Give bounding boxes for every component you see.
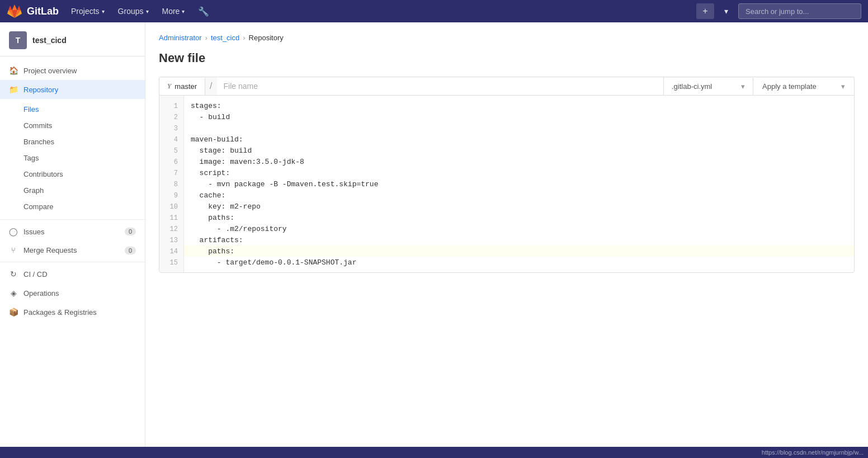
sidebar-item-tags[interactable]: Tags — [0, 150, 145, 166]
plus-icon: + — [702, 6, 707, 16]
sidebar-item-branches[interactable]: Branches — [0, 134, 145, 150]
path-separator: / — [205, 81, 216, 91]
line-num-1: 1 — [159, 100, 183, 111]
line-num-5: 5 — [159, 145, 183, 156]
search-placeholder: Search or jump to... — [746, 7, 809, 16]
sidebar-item-compare[interactable]: Compare — [0, 199, 145, 215]
more-chevron-icon: ▾ — [182, 8, 185, 15]
code-editor[interactable]: 1 2 3 4 5 6 7 8 9 10 11 12 13 14 15 — [159, 95, 855, 273]
status-bar: https://blog.csdn.net/r/ngmjurnbjp/w... — [0, 447, 868, 458]
branch-name: master — [174, 82, 197, 91]
sidebar-item-cicd-label: CI / CD — [23, 270, 48, 278]
template-chevron-icon: ▾ — [741, 82, 745, 91]
files-label: Files — [23, 105, 39, 114]
top-navigation: GitLab Projects ▾ Groups ▾ More ▾ 🔧 + ▾ … — [0, 0, 868, 22]
code-line-7: script: — [184, 167, 854, 178]
breadcrumb-current: Repository — [249, 34, 284, 42]
line-num-11: 11 — [159, 212, 183, 223]
nav-more[interactable]: More ▾ — [157, 0, 191, 22]
folder-icon: 📁 — [9, 85, 18, 94]
template-type-select[interactable]: .gitlab-ci.yml ▾ — [664, 78, 753, 95]
code-line-5: stage: build — [184, 145, 854, 156]
nav-projects-label: Projects — [71, 7, 100, 16]
sidebar-item-merge-requests-label: Merge Requests — [23, 246, 77, 254]
sidebar-item-issues[interactable]: ◯ Issues 0 — [0, 222, 145, 241]
new-item-button[interactable]: + — [696, 3, 714, 19]
sidebar-item-files[interactable]: Files — [0, 101, 145, 117]
line-num-15: 15 — [159, 257, 183, 268]
sidebar-item-repository-label: Repository — [23, 86, 58, 94]
sidebar-item-contributors[interactable]: Contributors — [0, 166, 145, 182]
project-avatar: T — [9, 31, 27, 49]
graph-label: Graph — [23, 186, 44, 195]
breadcrumb-admin[interactable]: Administrator — [159, 34, 202, 42]
code-line-6: image: maven:3.5.0-jdk-8 — [184, 156, 854, 167]
code-line-8: - mvn package -B -Dmaven.test.skip=true — [184, 178, 854, 190]
search-box[interactable]: Search or jump to... — [738, 3, 861, 19]
filename-input[interactable] — [217, 77, 664, 95]
nav-projects[interactable]: Projects ▾ — [65, 0, 110, 22]
sidebar-item-repository[interactable]: 📁 Repository — [0, 80, 145, 99]
compare-label: Compare — [23, 202, 53, 211]
sidebar-item-commits[interactable]: Commits — [0, 117, 145, 134]
code-line-12: - .m2/repository — [184, 223, 854, 234]
merge-requests-badge: 0 — [125, 247, 136, 254]
merge-requests-icon: ⑂ — [9, 246, 18, 254]
gitlab-logo[interactable]: GitLab — [7, 3, 59, 19]
gitlab-text: GitLab — [27, 6, 59, 17]
line-num-10: 10 — [159, 201, 183, 212]
nav-wrench[interactable]: 🔧 — [192, 0, 215, 22]
project-header: T test_cicd — [0, 22, 145, 56]
branch-selector[interactable]: Y master — [159, 78, 205, 95]
separator-1 — [0, 219, 145, 220]
line-num-8: 8 — [159, 178, 183, 190]
nav-more-label: More — [162, 7, 180, 16]
sidebar-item-operations-label: Operations — [23, 289, 59, 298]
sidebar-item-graph[interactable]: Graph — [0, 182, 145, 199]
sidebar-item-operations[interactable]: ◈ Operations — [0, 284, 145, 303]
line-num-12: 12 — [159, 223, 183, 234]
line-num-6: 6 — [159, 156, 183, 167]
issues-icon: ◯ — [9, 227, 18, 236]
cicd-icon: ↻ — [9, 270, 18, 278]
home-icon: 🏠 — [9, 66, 18, 75]
line-num-3: 3 — [159, 122, 183, 134]
code-line-2: - build — [184, 111, 854, 122]
nav-groups[interactable]: Groups ▾ — [112, 0, 154, 22]
status-url: https://blog.csdn.net/r/ngmjurnbjp/w... — [762, 449, 864, 456]
apply-template-button[interactable]: Apply a template ▾ — [753, 78, 854, 95]
main-content: Administrator › test_cicd › Repository N… — [145, 22, 868, 458]
code-line-14: paths: — [184, 245, 854, 257]
apply-template-chevron-icon: ▾ — [841, 82, 845, 91]
nav-user-menu[interactable]: ▾ — [719, 0, 734, 22]
sidebar-item-merge-requests[interactable]: ⑂ Merge Requests 0 — [0, 241, 145, 259]
breadcrumb-sep-2: › — [243, 34, 245, 42]
sidebar-item-cicd[interactable]: ↻ CI / CD — [0, 265, 145, 284]
code-line-9: cache: — [184, 190, 854, 201]
contributors-label: Contributors — [23, 170, 63, 178]
code-line-3 — [184, 122, 854, 134]
tags-label: Tags — [23, 154, 39, 162]
branches-label: Branches — [23, 138, 54, 146]
apply-template-label: Apply a template — [762, 82, 817, 91]
sidebar-item-project-overview-label: Project overview — [23, 67, 77, 75]
code-line-1: stages: — [184, 100, 854, 111]
sidebar-item-packages-label: Packages & Registries — [23, 308, 97, 317]
code-lines: 1 2 3 4 5 6 7 8 9 10 11 12 13 14 15 — [159, 96, 854, 272]
sidebar-item-project-overview[interactable]: 🏠 Project overview — [0, 61, 145, 80]
breadcrumb-sep-1: › — [205, 34, 207, 42]
packages-icon: 📦 — [9, 308, 18, 317]
projects-chevron-icon: ▾ — [102, 8, 105, 15]
page-title: New file — [159, 51, 855, 65]
commits-label: Commits — [23, 121, 52, 130]
code-content[interactable]: stages: - build maven-build: stage: buil… — [184, 96, 854, 272]
sidebar-item-issues-label: Issues — [23, 228, 45, 236]
user-chevron-icon: ▾ — [724, 7, 728, 16]
operations-icon: ◈ — [9, 289, 18, 298]
sidebar-item-packages[interactable]: 📦 Packages & Registries — [0, 303, 145, 322]
line-numbers: 1 2 3 4 5 6 7 8 9 10 11 12 13 14 15 — [159, 96, 184, 272]
gitlab-logo-icon — [7, 3, 22, 19]
breadcrumb-project[interactable]: test_cicd — [211, 34, 239, 42]
branch-icon: Y — [167, 82, 171, 91]
nav-actions: + ▾ Search or jump to... — [696, 0, 861, 22]
